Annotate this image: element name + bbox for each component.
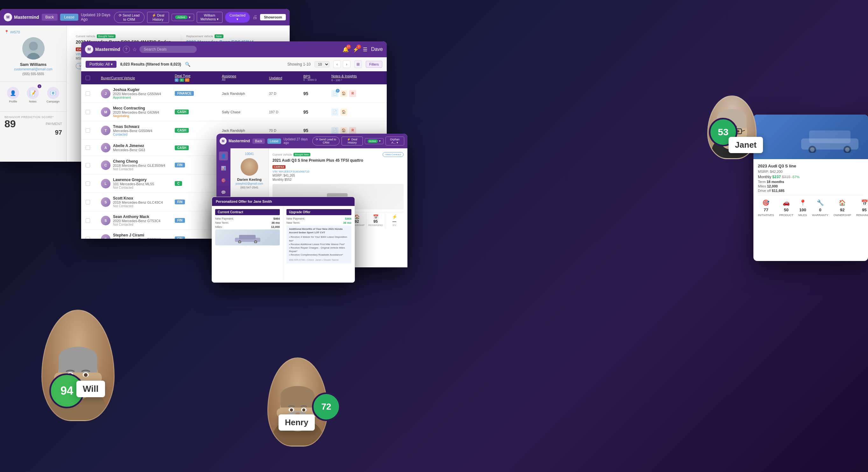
row-checkbox[interactable] <box>86 146 98 150</box>
search-icon[interactable]: 🔍 <box>185 62 190 67</box>
row-checkbox-input[interactable] <box>86 128 90 133</box>
updated-label[interactable]: Updated <box>269 76 301 80</box>
win3-active-button[interactable]: Active ▾ <box>365 138 383 144</box>
win3-orphan-button[interactable]: Orphan A... ▾ <box>385 136 404 146</box>
win3-nav-graph[interactable]: 📊 <box>219 164 228 172</box>
r-badge-icon[interactable]: R <box>349 127 356 134</box>
win3-lease-button[interactable]: Lease <box>267 138 281 144</box>
row-checkbox-input[interactable] <box>86 237 90 239</box>
campaign-tab[interactable]: 📧 Campaign <box>44 84 62 106</box>
row-checkbox-input[interactable] <box>86 110 90 114</box>
row-checkbox-input[interactable] <box>86 163 90 167</box>
win2-alert-notification[interactable]: ⚡ 3 <box>353 46 359 53</box>
bps-score: 89 <box>4 119 16 129</box>
row-checkbox[interactable] <box>86 218 98 223</box>
portfolio-button[interactable]: Portfolio: All ▾ <box>86 61 117 68</box>
win1-active-button[interactable]: Active ▾ <box>172 14 194 21</box>
assignee-label[interactable]: Assignee <box>222 74 267 78</box>
deal-type-label[interactable]: Deal Type <box>175 74 219 78</box>
row-checkbox[interactable] <box>86 237 98 239</box>
row-checkbox[interactable] <box>86 181 98 186</box>
win4-term-value: 36 mo <box>272 221 280 224</box>
row-checkbox-input[interactable] <box>86 181 90 186</box>
location-icon: 📍 <box>4 30 9 34</box>
win1-back-button[interactable]: Back <box>42 14 58 21</box>
win1-topbar: M Mastermind Back Lease Updated 19 Days … <box>0 9 290 26</box>
win1-contacted-button[interactable]: Contacted ▾ <box>225 12 250 23</box>
row-checkbox-input[interactable] <box>86 91 90 96</box>
win3-view-contract-button[interactable]: View Contract <box>382 152 404 157</box>
win3-nav-target[interactable]: 🎯 <box>219 176 228 185</box>
deal-type-cell: FIN <box>175 163 219 167</box>
buyer-column-header[interactable]: Buyer/Current Vehicle <box>101 76 172 80</box>
customer-name: Sam Williams <box>0 62 66 67</box>
row-checkbox[interactable] <box>86 128 98 133</box>
win4-upgrade-payment-value: $464 <box>345 217 351 220</box>
deal-type-cell: CASH <box>175 128 219 133</box>
win1-showroom-button[interactable]: Showroom <box>260 14 286 20</box>
win2-topbar: M Mastermind ? ☆ 🔔 27 ⚡ 3 ☰ Dave <box>81 41 387 57</box>
win4-upgrade-term-label: New Term: <box>286 221 300 224</box>
row-checkbox[interactable] <box>86 200 98 204</box>
table-row[interactable]: M Mecc Contracting 2020 Mercedes-Benz G6… <box>81 103 387 121</box>
win3-monthly: Monthly $552 <box>273 178 404 181</box>
profile-tab[interactable]: 👤 Profile <box>4 84 22 106</box>
buyer-info: M Mecc Contracting 2020 Mercedes-Benz G6… <box>101 106 172 118</box>
svg-point-24 <box>302 408 306 412</box>
row-checkbox[interactable] <box>86 91 98 96</box>
type-c-badge: C <box>185 78 189 82</box>
win4-upgrade-offer-header: Upgrade Offer <box>286 209 351 215</box>
notes-label-header[interactable]: Notes & Insights <box>331 74 382 78</box>
win4-benefit-2: • Receive Additional Lease First Mile Wa… <box>289 243 349 246</box>
win2-bell-notification[interactable]: 🔔 27 <box>342 46 349 53</box>
prev-page-button[interactable]: ‹ <box>333 60 341 68</box>
win3-deal-history-button[interactable]: ⚡ Deal History <box>342 136 363 146</box>
filters-button[interactable]: Filters <box>366 61 382 68</box>
win3-back-button[interactable]: Back <box>252 138 265 144</box>
win3-send-crm-button[interactable]: ⟳ Send Lead to CRM <box>312 136 340 146</box>
row-checkbox[interactable] <box>86 163 98 167</box>
row-checkbox-input[interactable] <box>86 200 90 204</box>
win1-deal-history-button[interactable]: ⚡ Deal History <box>147 12 169 23</box>
row-checkbox-input[interactable] <box>86 146 90 150</box>
house-icon[interactable]: 🏠 <box>340 90 347 97</box>
bps-label-header[interactable]: BPS <box>303 74 329 78</box>
header-checkbox[interactable] <box>86 76 90 80</box>
replacement-vehicle-label: Replacement Vehicle New <box>186 34 281 38</box>
ev-icon: ⚡ <box>386 214 402 219</box>
house-icon[interactable]: 🏠 <box>340 108 347 116</box>
win2-help-icon[interactable]: ? <box>123 46 130 53</box>
buyer-vehicle: 2019 Mercedes-Benz E300W4 <box>113 238 161 239</box>
grid-view-button[interactable]: ⊞ <box>354 60 362 68</box>
table-row[interactable]: J Joshua Kugler 2020 Mercedes-Benz G550W… <box>81 84 387 103</box>
buyer-name: Scott Knox <box>113 196 163 200</box>
notes-cell: 📄🏠R <box>331 127 382 134</box>
win3-nav-message[interactable]: 💬 <box>219 188 228 197</box>
win1-send-crm-button[interactable]: ⟳ Send Lead to CRM <box>114 12 144 23</box>
buyer-avatar: S <box>101 197 111 207</box>
notes-tab[interactable]: 📝 Notes 1 <box>24 84 41 106</box>
note-doc-icon[interactable]: 📄 <box>331 108 338 116</box>
win2-search-input[interactable] <box>140 46 197 53</box>
win1-print-icon[interactable]: 🖨 <box>252 14 257 20</box>
win5-stats-row: 🎯 77 INITIATIVES 🚗 50 PRODUCT 📍 100 MILE… <box>758 195 864 221</box>
win3-customer-email: joseph42@gmail.com <box>233 181 266 186</box>
deal-type-badge: FIN <box>175 199 185 204</box>
win2-star-icon[interactable]: ☆ <box>132 46 137 53</box>
row-checkbox-input[interactable] <box>86 218 90 223</box>
win5-drive-off: Drive off $11,685 <box>758 189 864 193</box>
r-badge-icon[interactable]: R <box>349 90 356 97</box>
select-all-checkbox[interactable] <box>86 76 98 80</box>
house-icon[interactable]: 🏠 <box>340 127 347 134</box>
row-checkbox[interactable] <box>86 110 98 114</box>
per-page-select[interactable]: 10 <box>314 61 330 67</box>
win2-menu-icon[interactable]: ☰ <box>363 46 367 53</box>
next-page-button[interactable]: › <box>343 60 350 68</box>
win1-agent-button[interactable]: William Mehrkens ▾ <box>197 12 222 23</box>
ev-label: EV <box>386 224 402 227</box>
win3-nav-person[interactable]: 👤 <box>219 152 228 160</box>
note-doc-icon[interactable]: 📄3 <box>331 90 338 97</box>
note-doc-icon[interactable]: 📄 <box>331 127 338 134</box>
buyer-vehicle: 101 Mercedes-Benz ML55 <box>113 182 154 186</box>
win1-lease-button[interactable]: Lease <box>60 14 78 21</box>
